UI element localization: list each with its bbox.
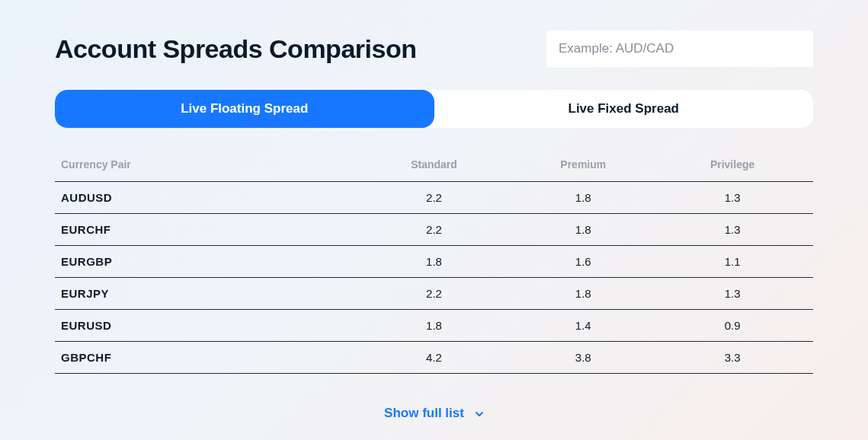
standard-value: 2.2 bbox=[360, 287, 509, 300]
standard-value: 2.2 bbox=[360, 223, 509, 236]
tab-floating-spread[interactable]: Live Floating Spread bbox=[55, 90, 434, 128]
table-row: EURGBP1.81.61.1 bbox=[55, 245, 813, 277]
privilege-value: 1.3 bbox=[658, 191, 807, 204]
spread-tabs: Live Floating Spread Live Fixed Spread bbox=[55, 90, 813, 128]
col-premium: Premium bbox=[508, 158, 658, 171]
tab-fixed-spread[interactable]: Live Fixed Spread bbox=[434, 90, 814, 128]
table-row: EURCHF2.21.81.3 bbox=[55, 213, 813, 245]
col-privilege: Privilege bbox=[658, 158, 807, 171]
currency-pair: EURGBP bbox=[61, 255, 360, 268]
standard-value: 1.8 bbox=[360, 255, 509, 268]
privilege-value: 1.1 bbox=[658, 255, 807, 268]
search-input[interactable] bbox=[546, 30, 813, 67]
privilege-value: 1.3 bbox=[658, 287, 807, 300]
table-row: AUDUSD2.21.81.3 bbox=[55, 181, 813, 213]
show-full-list-button[interactable]: Show full list bbox=[55, 406, 813, 421]
currency-pair: EURJPY bbox=[61, 287, 360, 300]
privilege-value: 0.9 bbox=[658, 319, 807, 332]
chevron-down-icon bbox=[473, 408, 484, 419]
premium-value: 1.4 bbox=[508, 319, 658, 332]
premium-value: 1.6 bbox=[508, 255, 658, 268]
table-header: Currency Pair Standard Premium Privilege bbox=[55, 151, 813, 181]
show-full-list-label: Show full list bbox=[384, 406, 464, 421]
currency-pair: AUDUSD bbox=[61, 191, 360, 204]
col-standard: Standard bbox=[360, 158, 509, 171]
currency-pair: GBPCHF bbox=[61, 351, 360, 364]
premium-value: 1.8 bbox=[508, 223, 658, 236]
privilege-value: 3.3 bbox=[658, 351, 807, 364]
privilege-value: 1.3 bbox=[658, 223, 807, 236]
premium-value: 1.8 bbox=[508, 191, 658, 204]
table-row: EURUSD1.81.40.9 bbox=[55, 309, 813, 341]
standard-value: 4.2 bbox=[360, 351, 509, 364]
table-row: EURJPY2.21.81.3 bbox=[55, 277, 813, 309]
currency-pair: EURUSD bbox=[61, 319, 360, 332]
premium-value: 1.8 bbox=[508, 287, 658, 300]
page-title: Account Spreads Comparison bbox=[55, 34, 416, 64]
spreads-table: Currency Pair Standard Premium Privilege… bbox=[55, 151, 813, 374]
standard-value: 1.8 bbox=[360, 319, 509, 332]
standard-value: 2.2 bbox=[360, 191, 509, 204]
premium-value: 3.8 bbox=[508, 351, 658, 364]
col-currency-pair: Currency Pair bbox=[61, 158, 360, 171]
table-row: GBPCHF4.23.83.3 bbox=[55, 341, 813, 374]
currency-pair: EURCHF bbox=[61, 223, 360, 236]
